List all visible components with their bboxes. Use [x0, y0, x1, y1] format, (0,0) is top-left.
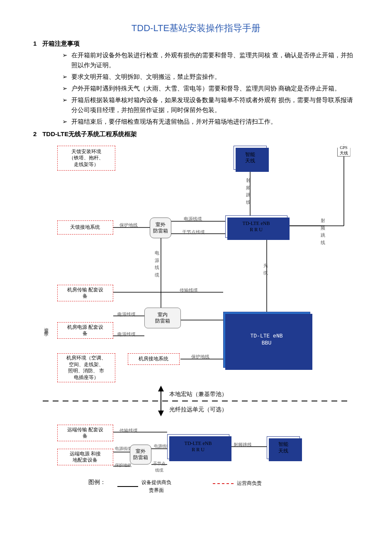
label-rf-jumper-h: 射频跳线 — [234, 441, 252, 449]
node-remote-transmission: 远端传输 配套设 备 — [57, 425, 113, 441]
list-item: 在开箱前对设备外包装进行检查，外观有损伤的需要和督导、监理共同核 查，确认是否停… — [62, 50, 359, 70]
label-optical: 光 缆 — [263, 262, 268, 276]
node-feeder-ground-sys: 天馈接地系统 — [57, 220, 113, 235]
label-local-macro: 本地宏站（兼基带池） — [169, 390, 227, 399]
label-power-cable-vert: 电 源 线 缆 — [155, 249, 159, 279]
node-smart-antenna-1: 智能 天线 — [234, 146, 267, 170]
label-rf-jumper-vert: 射 频 跳 线 — [246, 177, 251, 206]
legend-head: 图例： — [88, 478, 106, 487]
list-item: 开箱结束后，要仔细检查现场有无遗留物品，并对开箱场地进行清扫工作。 — [62, 117, 359, 127]
label-power-cable-1: 电源线缆 — [184, 215, 202, 223]
legend-operator: 运营商负责 — [213, 479, 262, 487]
page-title: TDD-LTE基站安装操作指导手册 — [33, 21, 359, 35]
svg-marker-16 — [158, 386, 164, 391]
section-1-text: 开箱注意事项 — [42, 40, 80, 47]
node-power-room: 机房电源 配套设 备 — [57, 322, 113, 339]
legend-vendor-text: 设备提供商负 责界面 — [141, 479, 171, 494]
node-antenna-env: 天馈安装环境 （铁塔、抱杆、 走线架等） — [57, 146, 115, 171]
node-outdoor-spd-2: 室外 防雷箱 — [130, 445, 151, 465]
node-rru-1: TD-LTE eNB R R U — [225, 215, 287, 238]
section-2-num: 2 — [33, 129, 41, 139]
node-room-environment: 机房环境（空调、 空间、走线架、 照明、消防、 市 电插座等） — [57, 353, 115, 382]
node-bbu: TD-LTE eNB BBU — [223, 312, 310, 368]
node-room-ground-sys: 机房接地系统 — [128, 353, 180, 365]
label-protect-ground-2: 保护地线 — [191, 353, 209, 361]
legend-operator-text: 运营商负责 — [237, 479, 262, 487]
node-outdoor-spd-1: 室外 防雷箱 — [150, 218, 171, 238]
list-item: 户外开箱时遇到特殊天气（大雨、大雪、雷电等）需要和督导、监理共同协 商确定是否停… — [62, 83, 359, 93]
section-1-num: 1 — [33, 39, 41, 49]
node-remote-power-ground: 远端电源 和接 地配套设备 — [57, 449, 113, 465]
svg-marker-17 — [158, 411, 164, 416]
label-dry-contact-1: 干节点线缆 — [182, 229, 205, 236]
node-transmission-room: 机房传输 配套设 备 — [57, 285, 113, 301]
label-trans-cable-1: 传输线缆 — [180, 287, 198, 294]
section-2-text: TDD-LTE无线子系统工程系统框架 — [42, 130, 137, 137]
node-indoor-spd: 室内 防雷箱 — [144, 308, 181, 328]
list-item: 开箱后根据装箱单核对箱内设备，如果发现设备数量与箱单不符或者外观有 损伤，需要与… — [62, 95, 359, 115]
label-rf-jumper-right: 射 频 跳 线 — [321, 217, 325, 246]
node-rru-2: TD-LTE eNB R R U — [167, 434, 229, 459]
label-power-cable-2: 电源线缆 — [117, 311, 136, 318]
label-fiber-remote: 光纤拉远单元（可选） — [169, 405, 227, 414]
label-power-cable-4: 电源线缆 — [115, 445, 131, 452]
section-1-head: 1 开箱注意事项 — [33, 39, 359, 49]
legend-vendor: 设备提供商负 责界面 — [117, 479, 171, 494]
section-2-head: 2 TDD-LTE无线子系统工程系统框架 — [33, 129, 359, 139]
bullet-list: 在开箱前对设备外包装进行检查，外观有损伤的需要和督导、监理共同核 查，确认是否停… — [33, 50, 359, 127]
label-protect-ground: 保护地线 — [119, 222, 138, 229]
legend-swatch-solid — [117, 486, 138, 487]
legend-swatch-dashed — [213, 483, 234, 484]
node-smart-antenna-2: 智能 天线 — [267, 436, 300, 459]
system-diagram: 天馈安装环境 （铁塔、抱杆、 走线架等） 智能 天线 GPS 天线 射 频 跳 … — [34, 142, 358, 503]
label-resource-share: 资源共享 — [43, 324, 50, 329]
label-power-cable-3: 电源线缆 — [117, 331, 136, 338]
label-dry-contact-2: 干节点 线缆 — [153, 460, 166, 474]
label-protect-ground-3: 保护地线 — [115, 462, 131, 469]
label-trans-cable-2: 传输线缆 — [119, 427, 138, 435]
list-item: 要求文明开箱、文明拆卸、文明搬运，禁止野蛮操作。 — [62, 72, 359, 82]
